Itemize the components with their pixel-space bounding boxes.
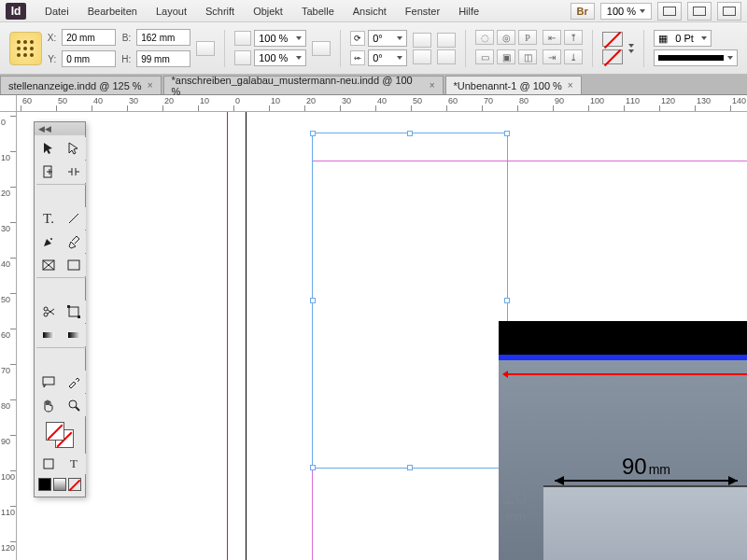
p-button[interactable]: P: [518, 30, 537, 45]
ruler-vertical[interactable]: 0102030405060708090100110120: [0, 112, 17, 560]
rectangle-frame-tool[interactable]: [36, 254, 61, 276]
close-icon[interactable]: ×: [568, 80, 573, 91]
menu-objekt[interactable]: Objekt: [244, 3, 292, 20]
direct-selection-tool[interactable]: [62, 137, 86, 160]
tools-panel-header[interactable]: ◀◀: [35, 122, 85, 135]
close-icon[interactable]: ×: [430, 80, 435, 91]
selection-tool[interactable]: [36, 137, 61, 160]
flip-v-button[interactable]: [437, 49, 456, 64]
align-top-button[interactable]: ⤒: [564, 30, 583, 45]
h-label: H:: [121, 54, 131, 64]
w-field[interactable]: 162 mm: [136, 29, 190, 46]
reference-point-button[interactable]: [9, 32, 42, 65]
selection-handle[interactable]: [407, 131, 413, 136]
fill-color-swatch[interactable]: [46, 422, 64, 441]
constrain-scale-button[interactable]: [312, 41, 331, 56]
gradient-feather-tool[interactable]: [62, 324, 86, 346]
selection-handle[interactable]: [504, 298, 510, 303]
selection-handle[interactable]: [504, 131, 510, 136]
rotate-ccw-button[interactable]: [413, 49, 431, 64]
scissors-tool[interactable]: [36, 301, 61, 323]
doc-tab-label: stellenanzeige.indd @ 125 %: [8, 80, 142, 91]
menu-datei[interactable]: Datei: [35, 3, 78, 20]
scale-y-field[interactable]: 100 %: [254, 49, 306, 66]
type-tool[interactable]: T.: [36, 207, 61, 230]
h-field[interactable]: 99 mm: [136, 50, 190, 67]
doc-tab-1[interactable]: *anschreiben_galabau_mustermann-neu.indd…: [163, 76, 444, 94]
free-transform-tool[interactable]: [62, 301, 86, 323]
doc-tab-0[interactable]: stellenanzeige.indd @ 125 %×: [0, 76, 162, 94]
close-icon[interactable]: ×: [148, 80, 153, 91]
stroke-dd-icon[interactable]: [628, 49, 634, 53]
fill-stroke-swatch[interactable]: [46, 422, 74, 448]
tools-panel[interactable]: ◀◀ T. T: [34, 121, 86, 497]
menu-ansicht[interactable]: Ansicht: [344, 3, 396, 20]
menu-bearbeiten[interactable]: Bearbeiten: [78, 3, 147, 20]
doc-tab-label: *anschreiben_galabau_mustermann-neu.indd…: [172, 75, 424, 97]
svg-line-16: [76, 407, 79, 411]
eyedropper-tool[interactable]: [62, 371, 86, 393]
zoom-level-value: 100 %: [607, 6, 636, 17]
select-container-button[interactable]: ◌: [475, 30, 494, 45]
ruler-horizontal[interactable]: 6050403020100102030405060708090100110120…: [17, 95, 747, 112]
scale-x-field[interactable]: 100 %: [254, 30, 306, 47]
doc-tab-2[interactable]: *Unbenannt-1 @ 100 %×: [445, 76, 582, 94]
gap-tool[interactable]: [62, 161, 86, 183]
pen-tool[interactable]: [36, 231, 61, 253]
formatting-text-button[interactable]: T: [62, 454, 86, 474]
apply-none-button[interactable]: [68, 478, 81, 491]
rotate-cw-button[interactable]: [413, 33, 431, 48]
app-logo: Id: [6, 3, 26, 20]
stroke-style-dropdown[interactable]: [654, 49, 738, 66]
select-content-button[interactable]: ◎: [497, 30, 515, 45]
fill-dd-icon[interactable]: [628, 44, 634, 48]
align-right-button[interactable]: ⇥: [543, 49, 561, 64]
menu-hilfe[interactable]: Hilfe: [449, 3, 488, 20]
selection-handle[interactable]: [407, 465, 413, 470]
menu-fenster[interactable]: Fenster: [396, 3, 449, 20]
y-field[interactable]: 0 mm: [62, 50, 116, 67]
fit-content-button[interactable]: ▭: [475, 49, 494, 64]
apply-color-button[interactable]: [38, 478, 51, 491]
flip-h-button[interactable]: [437, 33, 456, 48]
selection-box[interactable]: [312, 133, 508, 469]
fill-swatch[interactable]: [602, 32, 623, 47]
screen-mode-button[interactable]: [687, 2, 712, 21]
view-options-button[interactable]: [657, 2, 682, 21]
canvas[interactable]: 90mm 20 mm: [17, 112, 747, 560]
menu-layout[interactable]: Layout: [147, 3, 196, 20]
center-content-button[interactable]: ◫: [518, 49, 537, 64]
formatting-container-button[interactable]: [36, 454, 61, 474]
placed-object[interactable]: 90mm 20 mm: [499, 321, 747, 560]
chevron-down-icon: [640, 9, 645, 13]
align-bottom-button[interactable]: ⤓: [564, 49, 583, 64]
gradient-swatch-tool[interactable]: [36, 324, 61, 346]
shear-field[interactable]: 0°: [368, 49, 407, 66]
ruler-origin[interactable]: [0, 95, 17, 112]
constrain-wh-button[interactable]: [196, 41, 215, 56]
fit-frame-button[interactable]: ▣: [497, 49, 515, 64]
menu-tabelle[interactable]: Tabelle: [292, 3, 344, 20]
menu-schrift[interactable]: Schrift: [196, 3, 244, 20]
selection-handle[interactable]: [310, 298, 316, 303]
zoom-level-dropdown[interactable]: 100 %: [600, 3, 652, 20]
arrange-documents-button[interactable]: [717, 2, 741, 21]
rectangle-tool[interactable]: [62, 254, 86, 276]
hand-tool[interactable]: [36, 394, 61, 416]
apply-gradient-button[interactable]: [53, 478, 66, 491]
page-tool[interactable]: [36, 161, 61, 183]
doc-tab-label: *Unbenannt-1 @ 100 %: [454, 80, 562, 91]
zoom-tool[interactable]: [62, 394, 86, 416]
x-field[interactable]: 20 mm: [62, 29, 116, 46]
line-tool[interactable]: [62, 207, 86, 230]
bridge-button[interactable]: Br: [571, 3, 595, 20]
stroke-swatch[interactable]: [602, 49, 623, 64]
note-tool[interactable]: [36, 371, 61, 393]
selection-handle[interactable]: [310, 465, 316, 470]
align-left-button[interactable]: ⇤: [543, 30, 561, 45]
rotate-field[interactable]: 0°: [368, 30, 407, 47]
selection-handle[interactable]: [310, 131, 316, 136]
stroke-weight-field[interactable]: ▦0 Pt: [654, 30, 712, 47]
pencil-tool[interactable]: [62, 231, 86, 253]
object-inner-rect: [543, 485, 747, 560]
